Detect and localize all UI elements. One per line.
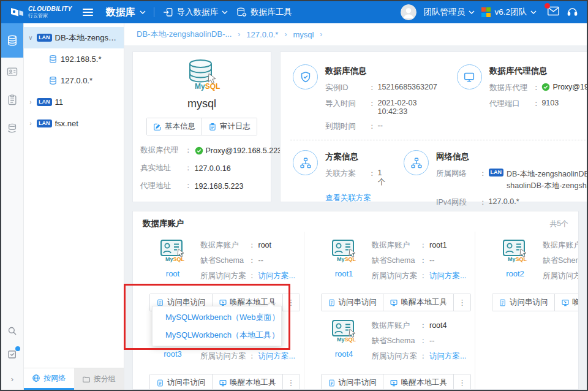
caret-closed-icon[interactable]: › <box>28 120 34 127</box>
audit-log-button[interactable]: 审计日志 <box>202 118 257 135</box>
breadcrumb-network[interactable]: DB-本地-zengshaolinDB-... <box>137 29 232 40</box>
chevron-down-icon <box>530 10 537 14</box>
lan-badge: LAN <box>37 120 52 127</box>
search-button[interactable] <box>1 319 23 343</box>
account-actions: 访问串访问 唤醒本地工具 ⋮ <box>321 294 472 311</box>
user-role-label: 团队管理员 <box>423 7 465 18</box>
contact-card-icon <box>6 66 18 78</box>
field-label: 数据库代理 <box>140 145 184 156</box>
lan-badge: LAN <box>489 169 504 177</box>
lan-badge: LAN <box>37 98 52 106</box>
database-icon <box>6 34 18 47</box>
breadcrumb-separator: › <box>238 30 240 39</box>
account-card-root4: MySQL root4 数据库账户：root4 缺省Schema：-- 所属访问… <box>304 312 475 389</box>
feedback-button[interactable] <box>1 343 23 368</box>
feedback-dot <box>15 346 20 351</box>
panel-title: 方案信息 <box>325 150 385 162</box>
tree-node-label: fsx.net <box>55 119 78 128</box>
access-string-button[interactable]: 访问串访问 <box>492 294 554 311</box>
nav-database-menu[interactable]: 数据库 <box>106 6 146 19</box>
tab-by-group[interactable]: 按分组 <box>74 368 124 390</box>
account-name[interactable]: root3 <box>153 349 192 359</box>
wake-local-tool-button[interactable]: 唤醒本地工具 <box>383 374 453 389</box>
tree-node-subnet-192[interactable]: 192.168.5.* <box>24 48 124 70</box>
tree-node-label: DB-本地-zengshaoli... <box>55 32 121 44</box>
rail-item-db-service[interactable] <box>1 114 23 142</box>
topbar-right: 团队管理员 v6.2团队 <box>401 4 578 20</box>
breadcrumb: DB-本地-zengshaolinDB-... › 127.0.0.* › my… <box>124 23 587 45</box>
tree-node-db-network[interactable]: ∨ LAN DB-本地-zengshaoli... <box>24 27 124 48</box>
team-menu[interactable]: v6.2团队 <box>481 7 537 18</box>
database-tools-menu[interactable]: 数据库工具 <box>236 7 292 18</box>
field-label: 代理地址 <box>140 181 184 191</box>
clipboard-icon <box>6 94 18 106</box>
topbar: CLOUDBILITY 行云管家 数据库 导入数据库 数据库工具 团队管理员 <box>1 1 587 23</box>
rail-item-accounts[interactable] <box>1 58 23 86</box>
rail-item-databases[interactable] <box>1 23 23 58</box>
collapse-sidebar-button[interactable]: › <box>1 368 23 390</box>
more-actions-button[interactable]: ⋮ <box>453 294 470 311</box>
tree-node-fsx[interactable]: › LAN fsx.net <box>24 113 124 134</box>
monitor-icon <box>457 64 482 89</box>
caret-open-icon[interactable]: ∨ <box>28 34 34 41</box>
more-actions-button[interactable]: ⋮ <box>282 374 300 389</box>
proxy-value: Proxy@192.168.5.223 <box>552 83 587 91</box>
brand-text: CLOUDBILITY 行云管家 <box>28 6 72 18</box>
more-actions-button[interactable]: ⋮ <box>453 374 470 389</box>
tree-tabs: 按网络 按分组 <box>24 368 124 390</box>
user-role-menu[interactable]: 团队管理员 <box>423 7 475 18</box>
view-plans-link[interactable]: 查看关联方案 <box>325 193 371 203</box>
access-plan-link[interactable]: 访问方案... <box>258 271 295 281</box>
headset-icon <box>567 6 578 17</box>
import-database-menu[interactable]: 导入数据库 <box>162 7 228 18</box>
caret-closed-icon[interactable]: › <box>28 99 34 105</box>
wake-local-tool-button[interactable]: 唤醒本地工具 <box>212 374 282 389</box>
edit-icon <box>153 123 162 131</box>
access-plan-link[interactable]: 访问方案... <box>429 351 466 362</box>
more-actions-button[interactable]: ⋮ <box>282 294 300 311</box>
wake-local-tool-button[interactable]: 唤醒本地工具 <box>383 294 453 311</box>
user-avatar[interactable] <box>401 4 417 20</box>
rail-item-audit[interactable] <box>1 86 23 114</box>
audit-log-label: 审计日志 <box>220 121 251 132</box>
support-button[interactable] <box>567 6 578 19</box>
svg-text:MySQL: MySQL <box>337 256 356 262</box>
overview-button-group: 基本信息 审计日志 <box>146 118 257 135</box>
tool-dropdown-menu: MySQLWorkbench（Web桌面） MySQLWorkbench（本地工… <box>152 306 282 346</box>
access-plan-link[interactable]: 访问方案... <box>258 351 295 362</box>
team-grid-icon <box>481 7 491 17</box>
tab-by-network[interactable]: 按网络 <box>24 368 74 390</box>
access-string-button[interactable]: 访问串访问 <box>322 294 383 311</box>
brand-logo[interactable]: CLOUDBILITY 行云管家 <box>10 6 72 19</box>
menu-item-workbench-web[interactable]: MySQLWorkbench（Web桌面） <box>153 308 281 326</box>
account-actions: 访问串访问 唤醒本地工具 ⋮ <box>321 374 472 389</box>
breadcrumb-subnet[interactable]: 127.0.0.* <box>246 30 278 39</box>
svg-text:MySQL: MySQL <box>195 82 220 91</box>
messages-button[interactable] <box>547 6 560 19</box>
menu-item-workbench-local[interactable]: MySQLWorkbench（本地工具） <box>153 326 281 344</box>
account-name[interactable]: root1 <box>325 269 364 278</box>
access-string-button[interactable]: 访问串访问 <box>322 374 383 389</box>
status-ok-icon <box>195 146 203 155</box>
accounts-section-title: 数据库账户 <box>143 218 184 229</box>
database-hand-icon <box>6 122 18 134</box>
wake-local-tool-button[interactable]: 唤醒本地工具 <box>554 294 579 311</box>
breadcrumb-database[interactable]: mysql <box>293 30 314 39</box>
network-name: DB-本地-zengshaolinDB-本地-zengshaolinDB-本地-… <box>507 169 587 192</box>
access-plan-link[interactable]: 访问方案... <box>429 271 466 281</box>
tree-node-label: 11 <box>55 97 64 107</box>
account-name[interactable]: root <box>153 269 192 278</box>
schema-value: -- <box>258 256 263 265</box>
hamburger-menu-icon[interactable] <box>83 9 93 16</box>
tree-node-subnet-127[interactable]: 127.0.0.* <box>24 70 124 91</box>
account-name[interactable]: root4 <box>325 349 364 359</box>
mysql-account-icon: MySQL <box>501 239 529 262</box>
dashed-divider <box>290 140 587 140</box>
tree-node-11[interactable]: › LAN 11 <box>24 91 124 113</box>
brand-subtitle: 行云管家 <box>28 13 72 18</box>
account-actions: 访问串访问 唤醒本地工具 ⋮ <box>492 294 578 311</box>
account-name[interactable]: root2 <box>496 269 535 278</box>
basic-info-button[interactable]: 基本信息 <box>147 118 202 135</box>
svg-text:MySQL: MySQL <box>337 336 356 343</box>
access-string-button[interactable]: 访问串访问 <box>150 374 212 389</box>
